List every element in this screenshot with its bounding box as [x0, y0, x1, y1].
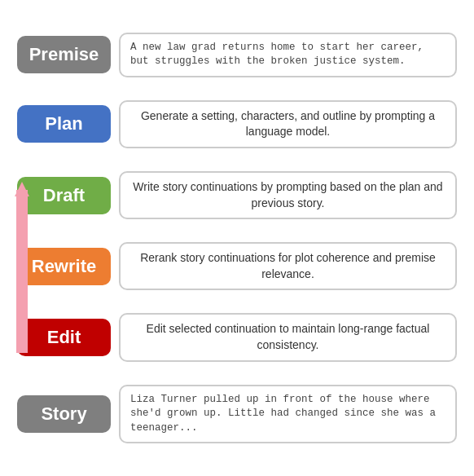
plan-label: Plan — [17, 105, 111, 143]
row-premise: PremiseA new law grad returns home to st… — [17, 33, 457, 77]
main-diagram: PremiseA new law grad returns home to st… — [9, 23, 465, 453]
arrow-2 — [46, 219, 81, 242]
row-rewrite: RewriteRerank story continuations for pl… — [17, 242, 457, 290]
draft-desc: Write story continuations by prompting b… — [119, 171, 457, 219]
feedback-arrow — [11, 182, 33, 361]
premise-label: Premise — [17, 36, 111, 73]
edit-desc: Edit selected continuation to maintain l… — [119, 313, 457, 361]
arrow-4 — [46, 362, 81, 385]
arrow-1 — [46, 148, 81, 171]
row-draft: DraftWrite story continuations by prompt… — [17, 171, 457, 219]
arrow-0 — [46, 77, 81, 100]
story-label: Story — [17, 395, 111, 433]
rewrite-desc: Rerank story continuations for plot cohe… — [119, 242, 457, 290]
premise-desc: A new law grad returns home to start her… — [119, 33, 457, 77]
svg-marker-1 — [15, 182, 29, 196]
story-desc: Liza Turner pulled up in front of the ho… — [119, 385, 457, 444]
arrow-3 — [46, 290, 81, 313]
rows-container: PremiseA new law grad returns home to st… — [17, 33, 457, 443]
row-plan: PlanGenerate a setting, characters, and … — [17, 100, 457, 148]
row-story: StoryLiza Turner pulled up in front of t… — [17, 385, 457, 444]
plan-desc: Generate a setting, characters, and outl… — [119, 100, 457, 148]
row-edit: EditEdit selected continuation to mainta… — [17, 313, 457, 361]
